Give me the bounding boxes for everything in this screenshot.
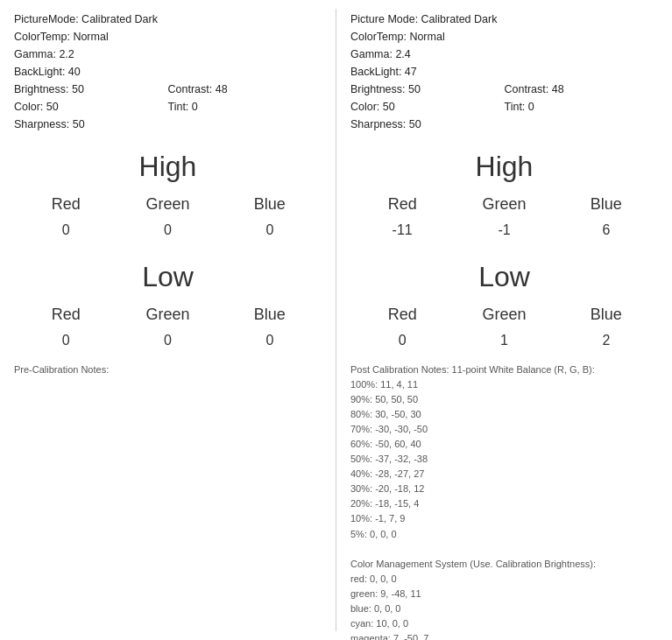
left-color: Color: 50 xyxy=(14,98,168,116)
right-low-green-value: 1 xyxy=(454,329,554,352)
right-wb-30: 30%: -20, -18, 12 xyxy=(350,482,658,496)
right-cm-blue: blue: 0, 0, 0 xyxy=(350,601,658,616)
left-low-red-label: Red xyxy=(16,302,116,327)
left-high-table: Red Green Blue 0 0 0 xyxy=(14,190,322,243)
right-high-red-label: Red xyxy=(352,192,452,217)
right-cm-red: red: 0, 0, 0 xyxy=(350,572,658,587)
right-brightness: Brightness: 50 xyxy=(350,81,505,98)
left-low-blue-value: 0 xyxy=(220,329,320,352)
right-cm-magenta: magenta: 7, -50, 7 xyxy=(350,631,658,640)
right-wb-80: 80%: 30, -50, 30 xyxy=(350,407,658,422)
right-low-red-value: 0 xyxy=(352,329,452,352)
right-wb-50: 50%: -37, -32, -38 xyxy=(350,452,658,467)
right-high-label: High xyxy=(350,151,658,183)
right-high-table: Red Green Blue -11 -1 6 xyxy=(350,190,658,243)
right-wb-40: 40%: -28, -27, 27 xyxy=(350,467,658,482)
left-low-table: Red Green Blue 0 0 0 xyxy=(14,300,322,354)
right-low-table: Red Green Blue 0 1 2 xyxy=(350,300,658,354)
left-notes-label: Pre-Calibration Notes: xyxy=(14,364,109,375)
right-wb-90: 90%: 50, 50, 50 xyxy=(350,392,658,407)
right-wb-20: 20%: -18, -15, 4 xyxy=(350,496,658,511)
right-panel: Picture Mode: Calibrated Dark ColorTemp:… xyxy=(336,0,672,640)
right-low-blue-value: 2 xyxy=(556,329,656,352)
left-low-red-value: 0 xyxy=(16,329,116,352)
right-color-temp: ColorTemp: Normal xyxy=(350,28,658,46)
left-sharpness: Sharpness: 50 xyxy=(14,116,322,133)
left-low-blue-label: Blue xyxy=(220,302,320,327)
right-notes: Post Calibration Notes: 11-point White B… xyxy=(350,362,658,640)
right-tint: Tint: 0 xyxy=(505,98,659,116)
right-gamma: Gamma: 2.4 xyxy=(350,46,658,63)
right-low-label: Low xyxy=(350,261,658,293)
left-high-red-value: 0 xyxy=(16,219,116,242)
right-high-red-value: -11 xyxy=(352,219,452,242)
left-picture-mode: PictureMode: Calibrated Dark xyxy=(14,11,322,28)
right-backlight: BackLight: 47 xyxy=(350,63,658,81)
left-contrast: Contrast: 48 xyxy=(168,81,322,98)
right-color: Color: 50 xyxy=(350,98,505,116)
left-panel: PictureMode: Calibrated Dark ColorTemp: … xyxy=(0,0,336,640)
right-low-blue-label: Blue xyxy=(556,302,656,327)
right-wb-70: 70%: -30, -30, -50 xyxy=(350,422,658,437)
right-wb-5: 5%: 0, 0, 0 xyxy=(350,527,658,542)
right-cm-cyan: cyan: 10, 0, 0 xyxy=(350,616,658,631)
left-high-red-label: Red xyxy=(16,192,116,217)
right-wb-100: 100%: 11, 4, 11 xyxy=(350,377,658,392)
left-high-blue-value: 0 xyxy=(220,219,320,242)
left-tint: Tint: 0 xyxy=(168,98,322,116)
right-high-blue-value: 6 xyxy=(556,219,656,242)
right-wb-60: 60%: -50, 60, 40 xyxy=(350,437,658,452)
right-wb-10: 10%: -1, 7, 9 xyxy=(350,511,658,526)
left-gamma: Gamma: 2.2 xyxy=(14,46,322,63)
right-high-green-value: -1 xyxy=(454,219,554,242)
left-low-green-label: Green xyxy=(117,302,217,327)
right-picture-mode: Picture Mode: Calibrated Dark xyxy=(350,11,658,28)
left-color-temp: ColorTemp: Normal xyxy=(14,28,322,46)
right-high-blue-label: Blue xyxy=(556,192,656,217)
left-high-label: High xyxy=(14,151,322,183)
right-cm-title: Color Management System (Use. Calibratio… xyxy=(350,557,658,572)
right-sharpness: Sharpness: 50 xyxy=(350,116,658,133)
left-low-label: Low xyxy=(14,261,322,293)
left-high-green-label: Green xyxy=(117,192,217,217)
left-backlight: BackLight: 40 xyxy=(14,63,322,81)
right-low-red-label: Red xyxy=(352,302,452,327)
right-cm-green: green: 9, -48, 11 xyxy=(350,587,658,601)
right-notes-title: Post Calibration Notes: 11-point White B… xyxy=(350,362,658,377)
left-brightness: Brightness: 50 xyxy=(14,81,168,98)
right-contrast: Contrast: 48 xyxy=(505,81,659,98)
right-low-green-label: Green xyxy=(454,302,554,327)
right-high-green-label: Green xyxy=(454,192,554,217)
left-high-green-value: 0 xyxy=(117,219,217,242)
left-high-blue-label: Blue xyxy=(220,192,320,217)
left-low-green-value: 0 xyxy=(117,329,217,352)
left-notes: Pre-Calibration Notes: xyxy=(14,362,322,377)
